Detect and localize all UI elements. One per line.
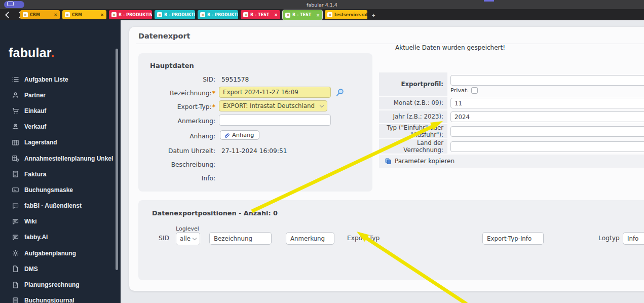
parameter-kopieren-label: Parameter kopieren [395, 158, 454, 165]
jahr-input[interactable] [450, 111, 644, 122]
exporttyp-label: Export-Typ:* [138, 103, 215, 110]
tab-favicon [23, 12, 28, 17]
main-area: Datenexport Aktuelle Daten wurden gespei… [121, 20, 644, 303]
browser-tab-7[interactable]: R - TEST× [283, 10, 322, 20]
browser-tab-4[interactable]: R - PRODUKTIV× [155, 10, 195, 19]
chevron-down-icon [320, 103, 324, 107]
close-icon[interactable]: × [314, 13, 320, 18]
exportprofil-input[interactable] [450, 75, 644, 86]
exporttyp-selected-value: EXPORT: Intrastat Deutschland [223, 102, 315, 109]
anmerkung-label: Anmerkung: [138, 118, 215, 125]
browser-tab-1[interactable]: CRM× [20, 10, 60, 19]
sidebar-item-planungsrechnung[interactable]: Planungsrechnung [0, 277, 121, 292]
search-icon[interactable] [336, 88, 345, 97]
jahr-row: Jahr (z.B.: 2023): [379, 110, 644, 123]
sidebar-item-label: Lagerstand [24, 139, 57, 146]
title-divider [136, 44, 644, 44]
anhang-label: Anhang: [138, 133, 215, 140]
sidebar-item-aufgaben-liste[interactable]: Aufgaben Liste [0, 71, 121, 87]
dms-icon [12, 265, 19, 273]
privat-checkbox[interactable] [471, 87, 478, 94]
datum-label: Datum Uhrzeit: [138, 147, 215, 155]
anhang-button[interactable]: Anhang [220, 130, 259, 140]
sidebar-item-buchungsmaske[interactable]: Buchungsmaske [0, 182, 121, 198]
app-window: fabular 4.1.4 CRM×CRM×R - PRODUKTIV×R - … [0, 0, 644, 303]
sidebar-item-annahmestellenplanung-unkel[interactable]: Annahmestellenplanung Unkel [0, 150, 121, 166]
browser-tab-6[interactable]: R - TEST× [241, 10, 280, 19]
sidebar-scrollbar[interactable] [116, 49, 118, 270]
close-icon[interactable]: × [272, 12, 278, 17]
sidebar-item-faktura[interactable]: Faktura [0, 166, 121, 182]
sidebar-item-fabby-ai[interactable]: fabby.AI [0, 230, 121, 245]
land-input[interactable] [450, 141, 644, 152]
tab-label: R - PRODUKTIV [207, 13, 238, 17]
tab-label: R - PRODUKTIV [164, 13, 195, 17]
sidebar: fabular. Aufgaben ListePartnerEinkaufVer… [0, 20, 121, 303]
tab-label: R - PRODUKTIV [119, 13, 152, 17]
sidebar-item-label: Einkauf [24, 107, 46, 115]
pendoc-icon [12, 281, 19, 289]
sidebar-item-buchungsjournal[interactable]: Buchungsjournal [0, 293, 121, 303]
sidebar-item-label: Aufgaben Liste [24, 76, 68, 83]
close-icon[interactable]: × [52, 12, 57, 17]
chat-icon [12, 234, 19, 241]
sidebar-item-einkauf[interactable]: Einkauf [0, 103, 121, 119]
browser-tab-5[interactable]: R - PRODUKTIV× [198, 10, 238, 19]
loglevel-selected-value: alle [180, 235, 191, 242]
sidebar-nav: Aufgaben ListePartnerEinkaufVerkaufLager… [0, 71, 121, 303]
sidebar-item-wiki[interactable]: Wiki [0, 214, 121, 230]
positionen-title: Datenexportpositionen - Anzahl: 0 [152, 209, 278, 217]
bezeichnung-input[interactable] [219, 87, 331, 98]
bezeichnung-label: Bezeichnung:* [138, 90, 215, 97]
gear-icon [12, 249, 19, 257]
sidebar-item-dms[interactable]: DMS [0, 261, 121, 277]
sale-icon [12, 123, 19, 131]
filter-sid-label: SID [159, 235, 169, 242]
tab-favicon [111, 12, 117, 17]
anhang-button-label: Anhang [232, 132, 254, 138]
tab-favicon [327, 12, 332, 17]
required-marker: * [212, 103, 215, 110]
sidebar-item-verkauf[interactable]: Verkauf [0, 119, 121, 135]
anmerkung-input[interactable] [219, 115, 331, 126]
page-title: Datenexport [138, 32, 191, 40]
task-list-icon [12, 75, 19, 83]
paperclip-icon [224, 132, 230, 138]
new-tab-button[interactable]: + [369, 10, 377, 19]
datum-value: 27-11-2024 16:09:51 [221, 147, 287, 155]
tab-label: R - TEST [250, 13, 269, 17]
filter-exporttyp-info-input[interactable] [482, 232, 544, 245]
sidebar-item-fabbi-au-endienst[interactable]: fabBI - Außendienst [0, 198, 121, 214]
doc-icon [12, 170, 19, 178]
browser-tab-3[interactable]: R - PRODUKTIV× [109, 10, 152, 19]
menubar-accent [484, 0, 494, 2]
sidebar-item-label: Faktura [24, 171, 46, 178]
sidebar-item-lagerstand[interactable]: Lagerstand [0, 135, 121, 150]
filter-anmerkung-input[interactable] [286, 232, 334, 245]
loglevel-select[interactable]: alle [176, 232, 200, 245]
browser-tab-2[interactable]: CRM× [62, 10, 106, 19]
filter-info-input[interactable] [623, 232, 644, 245]
parameter-kopieren-button[interactable]: Parameter kopieren [379, 155, 644, 168]
sidebar-item-aufgabenplanung[interactable]: Aufgabenplanung [0, 245, 121, 261]
cart-icon [12, 107, 19, 115]
sidebar-item-label: Verkauf [24, 123, 46, 130]
filter-bezeichnung-input[interactable] [209, 232, 272, 245]
monat-input[interactable] [450, 98, 644, 108]
tab-label: CRM [30, 13, 40, 17]
positionen-panel: Datenexportpositionen - Anzahl: 0 SID Lo… [138, 200, 644, 280]
tab-favicon [65, 12, 70, 17]
export-params-table: Exportprofil: Privat: Monat (z.B.: 09): … [379, 72, 644, 168]
browser-tab-8[interactable]: testservice.rab...× [325, 10, 367, 19]
sidebar-item-partner[interactable]: Partner [0, 87, 121, 103]
exporttyp-select[interactable]: EXPORT: Intrastat Deutschland [219, 100, 327, 111]
typ-label: Typ ("Einfuhr" oder "Ausfuhr"): [379, 124, 447, 138]
grid-icon [12, 139, 19, 146]
sidebar-item-label: Buchungsjournal [24, 297, 74, 303]
close-icon[interactable]: × [98, 12, 104, 17]
back-icon[interactable] [5, 12, 12, 18]
privat-label: Privat: [450, 87, 469, 94]
typ-row: Typ ("Einfuhr" oder "Ausfuhr"): [379, 124, 644, 138]
typ-input[interactable] [450, 126, 644, 137]
calc-icon [12, 297, 19, 303]
